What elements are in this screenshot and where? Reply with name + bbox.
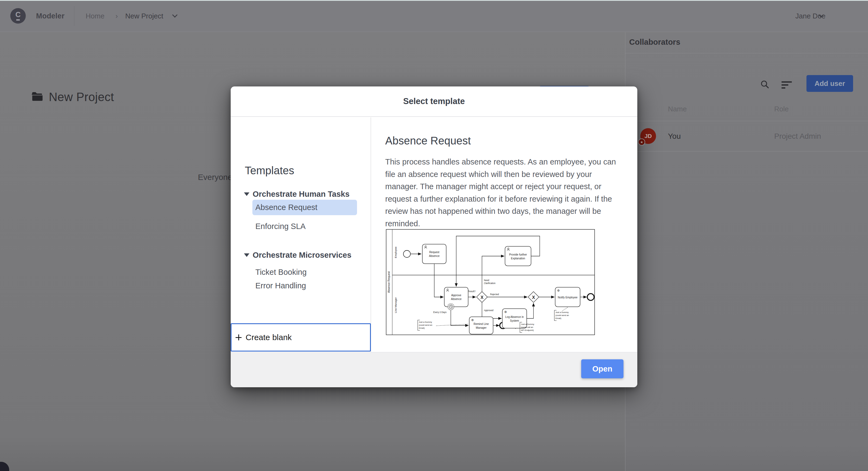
svg-text:Request: Request: [429, 251, 439, 254]
plus-icon: [236, 335, 242, 340]
svg-text:Manager: Manager: [476, 326, 487, 329]
bpmn-diagram-preview: Absence Request Employee Line Manager: [386, 229, 595, 335]
lane-label-employee: Employee: [394, 247, 397, 258]
templates-heading: Templates: [245, 164, 294, 177]
svg-text:Log Absence in: Log Absence in: [505, 315, 524, 318]
template-group-label: Orchestrate Microservices: [253, 251, 351, 260]
preview-heading: Absence Request: [385, 135, 471, 147]
modal-title: Select template: [231, 87, 637, 117]
collaborators-panel: Collaborators Add user Name Role JD You …: [625, 32, 868, 471]
svg-text:Email): Email): [419, 327, 425, 329]
folder-icon: [32, 92, 42, 101]
lane-label-line-manager: Line Manager: [394, 297, 397, 313]
caret-down-icon: [244, 192, 249, 196]
collaborators-search-button[interactable]: [760, 80, 770, 91]
breadcrumb-home[interactable]: Home: [86, 0, 104, 32]
app-name: Modeler: [36, 0, 64, 32]
svg-text:Absence: Absence: [429, 254, 440, 257]
create-blank-button[interactable]: Create blank: [231, 323, 371, 351]
template-group-microservices[interactable]: Orchestrate Microservices: [244, 251, 351, 260]
tab-everyone[interactable]: Everyone: [198, 172, 232, 182]
svg-text:Remind Line: Remind Line: [473, 322, 489, 325]
svg-text:Every 2 Days: Every 2 Days: [433, 311, 446, 314]
add-user-button[interactable]: Add user: [806, 75, 853, 92]
open-button[interactable]: Open: [581, 359, 623, 378]
search-icon: [760, 80, 770, 90]
start-event: [403, 250, 410, 257]
preview-description: This process handles absence requests. A…: [385, 156, 624, 230]
modal-footer: Open: [231, 352, 637, 387]
svg-text:Notify Employee: Notify Employee: [558, 296, 578, 299]
modal-panel-divider: [371, 117, 371, 352]
top-accent-line: [0, 0, 868, 1]
page-root: C Modeler Home › New Project Jane Doe Ne…: [0, 0, 868, 471]
service-task-icon: ⚙: [557, 289, 560, 292]
template-item-enforcing-sla[interactable]: Enforcing SLA: [252, 219, 357, 234]
svg-text:Need: Need: [484, 279, 489, 282]
templates-panel: Templates Orchestrate Human Tasks Absenc…: [231, 117, 371, 352]
pool-label: Absence Request: [388, 271, 390, 293]
svg-text:X: X: [532, 295, 535, 300]
timer-boundary-event: [447, 304, 454, 310]
corner-widget[interactable]: [0, 462, 9, 471]
collaborators-title: Collaborators: [629, 38, 680, 46]
svg-text:Absence: Absence: [451, 297, 462, 301]
svg-text:(could send an: (could send an: [555, 314, 569, 317]
column-header-name: Name: [668, 105, 687, 113]
template-group-label: Orchestrate Human Tasks: [253, 190, 349, 199]
task-request-absence: Request Absence: [422, 244, 446, 264]
create-blank-label: Create blank: [246, 333, 292, 342]
svg-text:Clarification: Clarification: [484, 282, 496, 285]
task-remind-line-manager: ⚙ Remind Line Manager: [469, 317, 493, 334]
template-item-error-handling[interactable]: Error Handling: [252, 278, 357, 293]
svg-text:Provide further: Provide further: [509, 253, 527, 256]
svg-text:Rejected: Rejected: [490, 293, 499, 296]
svg-text:Email): Email): [555, 317, 561, 319]
service-task-icon: ⚙: [504, 310, 507, 314]
task-approve-absence: Approve Absence: [444, 287, 468, 310]
template-group-human-tasks[interactable]: Orchestrate Human Tasks: [244, 190, 349, 199]
template-item-absence-request[interactable]: Absence Request: [252, 200, 357, 215]
caret-down-icon: [244, 253, 249, 257]
collaborators-sort-button[interactable]: [781, 81, 793, 91]
task-notify-employee: ⚙ Notify Employee: [555, 287, 580, 307]
svg-text:(could call an: (could call an: [521, 326, 533, 328]
logo-letter: C: [16, 11, 21, 19]
svg-text:Approved: Approved: [484, 309, 493, 312]
sort-icon: [781, 81, 793, 89]
service-task-icon: ⚙: [471, 318, 474, 322]
svg-text:Just a Dummy: Just a Dummy: [555, 311, 569, 314]
task-provide-further-explanation: Provide further Explanation: [505, 246, 531, 266]
collaborator-role: Project Admin: [774, 132, 821, 140]
select-template-modal: Select template Templates Orchestrate Hu…: [231, 87, 637, 387]
svg-text:System: System: [510, 319, 519, 322]
svg-text:API Endpoint): API Endpoint): [521, 329, 534, 332]
end-event: [587, 294, 594, 301]
admin-star-icon: [638, 138, 645, 146]
svg-text:X: X: [480, 295, 484, 300]
breadcrumb-chevron-down-icon[interactable]: [172, 12, 178, 18]
column-header-role: Role: [774, 105, 788, 113]
table-border: [625, 151, 868, 152]
camunda-logo-icon[interactable]: C: [10, 8, 26, 24]
template-item-ticket-booking[interactable]: Ticket Booking: [252, 264, 357, 280]
app-header: C Modeler Home › New Project Jane Doe: [0, 0, 868, 32]
svg-text:Result?: Result?: [468, 290, 475, 293]
page-title: New Project: [49, 90, 114, 104]
collaborator-name: You: [668, 132, 681, 140]
svg-text:(could send an: (could send an: [419, 324, 432, 326]
svg-text:Approve: Approve: [451, 294, 461, 297]
table-border: [625, 121, 868, 121]
svg-text:Just a Dummy: Just a Dummy: [521, 323, 534, 325]
svg-text:Just a Dummy: Just a Dummy: [419, 321, 432, 323]
svg-text:Explanation: Explanation: [511, 257, 525, 260]
breadcrumb-current[interactable]: New Project: [125, 0, 163, 32]
breadcrumb-separator: ›: [116, 0, 118, 32]
logo-underscore: [16, 19, 20, 21]
